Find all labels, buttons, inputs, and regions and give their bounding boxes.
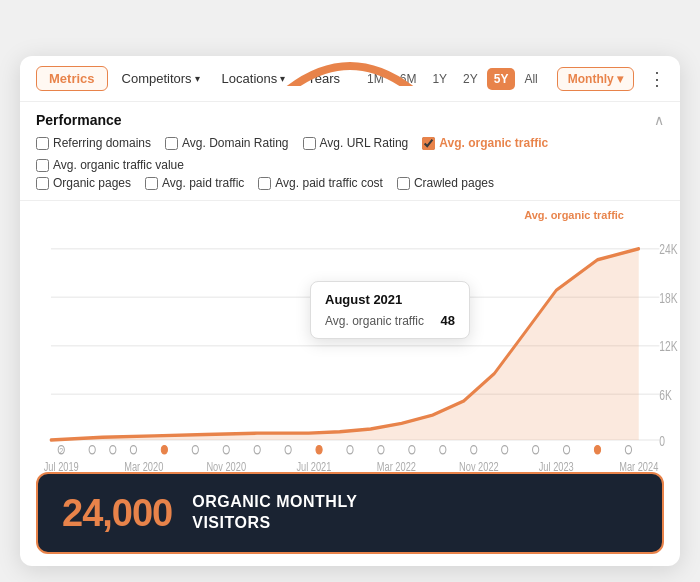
svg-text:2: 2: [59, 445, 63, 456]
checkbox-avg-organic-value[interactable]: Avg. organic traffic value: [36, 158, 184, 172]
svg-point-26: [502, 446, 508, 454]
performance-section: Performance ∧ Referring domains Avg. Dom…: [20, 102, 680, 201]
svg-point-30: [625, 446, 631, 454]
chart-series-label: Avg. organic traffic: [524, 209, 624, 221]
crawled-pages-checkbox[interactable]: [397, 177, 410, 190]
tooltip-row: Avg. organic traffic 48: [325, 313, 455, 328]
time-5y[interactable]: 5Y: [487, 68, 516, 90]
checkbox-avg-paid-traffic[interactable]: Avg. paid traffic: [145, 176, 244, 190]
svg-point-14: [130, 446, 136, 454]
tooltip-value: 48: [441, 313, 455, 328]
svg-point-18: [254, 446, 260, 454]
svg-point-19: [285, 446, 291, 454]
svg-text:Mar 2020: Mar 2020: [124, 459, 163, 473]
checkbox-row-2: Organic pages Avg. paid traffic Avg. pai…: [36, 176, 664, 194]
main-card: Metrics Competitors Locations Years 1M 6…: [20, 56, 680, 566]
svg-point-15: [161, 446, 167, 454]
checkbox-row-1: Referring domains Avg. Domain Rating Avg…: [36, 136, 664, 176]
avg-domain-rating-checkbox[interactable]: [165, 137, 178, 150]
tooltip-date: August 2021: [325, 292, 455, 307]
time-all[interactable]: All: [517, 68, 544, 90]
tooltip-metric: Avg. organic traffic: [325, 314, 424, 328]
svg-text:Mar 2024: Mar 2024: [619, 459, 658, 473]
performance-title: Performance: [36, 112, 122, 128]
svg-point-17: [223, 446, 229, 454]
svg-text:0: 0: [659, 433, 665, 449]
svg-point-28: [563, 446, 569, 454]
organic-pages-checkbox[interactable]: [36, 177, 49, 190]
svg-text:Mar 2022: Mar 2022: [377, 459, 416, 473]
chart-svg: 24K 18K 12K 6K 0 2: [20, 221, 680, 484]
svg-point-25: [471, 446, 477, 454]
svg-point-27: [533, 446, 539, 454]
competitors-dropdown[interactable]: Competitors: [114, 67, 208, 90]
arc-decoration: [220, 6, 480, 86]
metrics-tab[interactable]: Metrics: [36, 66, 108, 91]
checkbox-organic-pages[interactable]: Organic pages: [36, 176, 131, 190]
svg-point-20: [316, 446, 322, 454]
svg-text:Nov 2022: Nov 2022: [459, 459, 499, 473]
avg-paid-cost-checkbox[interactable]: [258, 177, 271, 190]
svg-point-23: [409, 446, 415, 454]
svg-text:Jul 2019: Jul 2019: [44, 459, 79, 473]
checkbox-avg-url-rating[interactable]: Avg. URL Rating: [303, 136, 409, 150]
svg-point-29: [594, 446, 600, 454]
svg-text:Nov 2020: Nov 2020: [206, 459, 246, 473]
checkbox-avg-paid-cost[interactable]: Avg. paid traffic cost: [258, 176, 383, 190]
svg-point-16: [192, 446, 198, 454]
collapse-icon[interactable]: ∧: [654, 112, 664, 128]
svg-text:24K: 24K: [659, 242, 677, 258]
stat-card: 24,000 ORGANIC MONTHLYVISITORS: [36, 472, 664, 554]
stat-number: 24,000: [62, 494, 172, 532]
svg-text:Jul 2023: Jul 2023: [539, 459, 574, 473]
svg-text:18K: 18K: [659, 290, 677, 306]
chart-tooltip: August 2021 Avg. organic traffic 48: [310, 281, 470, 339]
svg-point-13: [110, 446, 116, 454]
svg-text:Jul 2021: Jul 2021: [296, 459, 331, 473]
performance-header: Performance ∧: [36, 112, 664, 128]
referring-domains-checkbox[interactable]: [36, 137, 49, 150]
avg-url-rating-checkbox[interactable]: [303, 137, 316, 150]
svg-point-21: [347, 446, 353, 454]
chart-area: Avg. organic traffic 24K 18K 12K 6K 0: [20, 201, 680, 464]
main-container: Metrics Competitors Locations Years 1M 6…: [20, 16, 680, 566]
avg-organic-value-checkbox[interactable]: [36, 159, 49, 172]
checkbox-avg-domain-rating[interactable]: Avg. Domain Rating: [165, 136, 289, 150]
svg-text:12K: 12K: [659, 339, 677, 355]
monthly-dropdown[interactable]: Monthly ▾: [557, 67, 634, 91]
checkbox-referring-domains[interactable]: Referring domains: [36, 136, 151, 150]
svg-point-22: [378, 446, 384, 454]
svg-point-12: [89, 446, 95, 454]
avg-organic-traffic-checkbox[interactable]: [422, 137, 435, 150]
checkbox-avg-organic-traffic[interactable]: Avg. organic traffic: [422, 136, 548, 150]
avg-paid-traffic-checkbox[interactable]: [145, 177, 158, 190]
svg-text:6K: 6K: [659, 387, 672, 403]
more-options-button[interactable]: ⋮: [644, 68, 670, 90]
stat-label: ORGANIC MONTHLYVISITORS: [192, 492, 357, 534]
checkbox-crawled-pages[interactable]: Crawled pages: [397, 176, 494, 190]
svg-point-24: [440, 446, 446, 454]
